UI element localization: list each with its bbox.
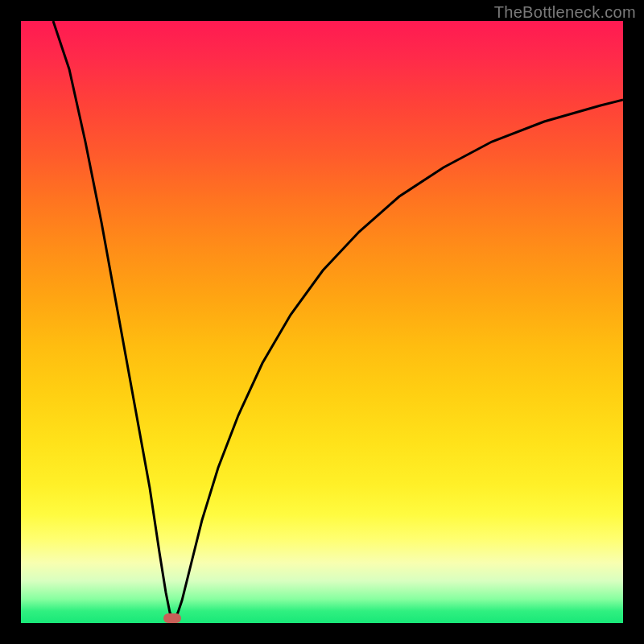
bottleneck-curve [53,21,623,618]
watermark-label: TheBottleneck.com [494,3,636,22]
optimum-marker [163,613,181,623]
plot-area [21,21,623,623]
curve-svg [21,21,623,623]
chart-frame: TheBottleneck.com [0,0,644,644]
